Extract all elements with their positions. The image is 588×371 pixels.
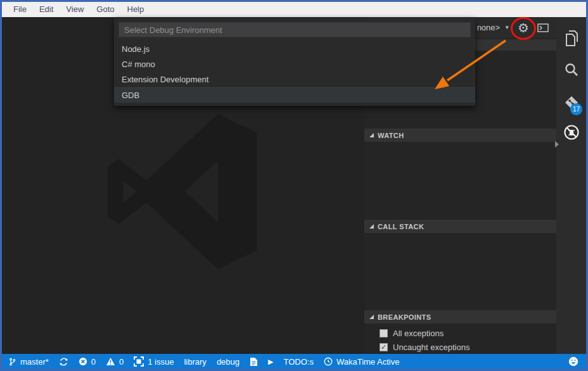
quick-open-panel: Node.js C# mono Extension Development GD…: [114, 18, 475, 106]
todos-status[interactable]: TODO:s: [284, 357, 314, 367]
search-icon: [563, 62, 580, 79]
git-branch-icon: [8, 357, 16, 367]
configure-gear-button[interactable]: ⚙: [518, 22, 529, 34]
error-icon: [79, 357, 87, 366]
vscode-logo-watermark: [101, 114, 263, 269]
breakpoints-section-title: BREAKPOINTS: [378, 313, 431, 321]
breakpoint-uncaught-exceptions[interactable]: ✓ Uncaught exceptions: [364, 340, 556, 354]
sync-icon: [59, 357, 68, 367]
activity-source-control-button[interactable]: 17: [556, 91, 586, 116]
debug-status[interactable]: debug: [217, 357, 240, 367]
issues-status[interactable]: 1 issue: [134, 356, 174, 367]
breakpoints-section-header[interactable]: BREAKPOINTS: [364, 310, 556, 324]
bug-slash-icon: [563, 123, 580, 141]
issues-icon: [134, 356, 144, 367]
breakpoint-label: All exceptions: [393, 329, 444, 338]
launch-config-value: none>: [477, 23, 501, 32]
debug-console-button[interactable]: [537, 23, 549, 32]
active-view-arrow-icon: [555, 141, 559, 148]
breakpoint-all-exceptions[interactable]: ✓ All exceptions: [364, 326, 556, 340]
clock-icon: [324, 357, 333, 366]
warning-count[interactable]: 0: [106, 357, 124, 367]
menu-bar: File Edit View Goto Help: [2, 2, 586, 17]
todos-label: TODO:s: [284, 357, 314, 367]
branch-name: master*: [20, 357, 49, 367]
feedback-status[interactable]: [568, 356, 578, 367]
call-stack-section-header[interactable]: CALL STACK: [364, 220, 556, 233]
scm-badge: 17: [570, 103, 582, 115]
document-icon: [250, 357, 258, 367]
activity-search-button[interactable]: [556, 58, 586, 83]
breakpoint-list: ✓ All exceptions ✓ Uncaught exceptions: [364, 326, 556, 354]
warning-icon: [106, 357, 115, 366]
expand-triangle-icon: [369, 315, 374, 319]
checkbox-checked-icon[interactable]: ✓: [380, 343, 388, 351]
issues-label: 1 issue: [148, 357, 174, 367]
launch-config-dropdown[interactable]: none> ▼: [477, 23, 509, 32]
watch-section-header[interactable]: WATCH: [364, 129, 556, 142]
library-label: library: [184, 357, 206, 367]
expand-triangle-icon: [369, 133, 374, 137]
breakpoint-label: Uncaught exceptions: [393, 343, 470, 352]
activity-bar: 17: [556, 17, 586, 354]
menu-edit[interactable]: Edit: [33, 2, 60, 17]
option-gdb[interactable]: GDB: [114, 87, 475, 103]
activity-explorer-button[interactable]: [556, 26, 586, 51]
error-count[interactable]: 0: [79, 357, 96, 367]
option-extension-development[interactable]: Extension Development: [114, 72, 475, 87]
debug-label: debug: [217, 357, 240, 367]
activity-debug-button[interactable]: [556, 120, 586, 145]
sync-status[interactable]: [59, 357, 68, 367]
menu-help[interactable]: Help: [121, 2, 151, 17]
chevron-down-icon: ▼: [504, 25, 509, 30]
debug-environment-list: Node.js C# mono Extension Development GD…: [114, 42, 475, 103]
run-status[interactable]: ▶: [268, 358, 273, 366]
files-icon: [563, 30, 580, 47]
document-status[interactable]: [250, 357, 258, 367]
library-status[interactable]: library: [184, 357, 206, 367]
wakatime-label: WakaTime Active: [336, 357, 399, 367]
checkbox-unchecked-icon[interactable]: ✓: [380, 329, 388, 337]
git-branch-status[interactable]: master*: [8, 357, 49, 367]
play-icon: ▶: [268, 358, 273, 366]
menu-file[interactable]: File: [7, 2, 33, 17]
debug-environment-input[interactable]: [118, 22, 471, 37]
call-stack-section-title: CALL STACK: [378, 223, 424, 230]
warning-count-value: 0: [119, 357, 124, 367]
smiley-icon: [568, 356, 578, 367]
watch-section-title: WATCH: [378, 132, 404, 139]
workbench: none> ▼ ⚙ WATCH: [2, 17, 586, 354]
expand-triangle-icon: [369, 224, 374, 229]
status-bar: master* 0: [2, 354, 586, 369]
gear-icon: ⚙: [518, 22, 529, 34]
option-csharp-mono[interactable]: C# mono: [114, 57, 475, 72]
option-nodejs[interactable]: Node.js: [114, 42, 475, 57]
vscode-window: File Edit View Goto Help none> ▼ ⚙: [0, 0, 588, 371]
menu-goto[interactable]: Goto: [90, 2, 120, 17]
error-count-value: 0: [91, 357, 96, 367]
wakatime-status[interactable]: WakaTime Active: [324, 357, 399, 367]
menu-view[interactable]: View: [60, 2, 90, 17]
console-icon: [537, 23, 549, 32]
